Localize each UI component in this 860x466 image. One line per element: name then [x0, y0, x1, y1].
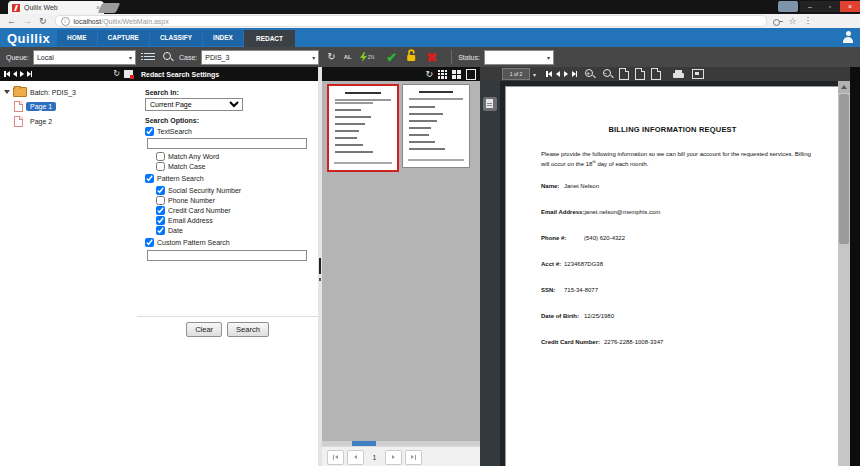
textsearch-label: TextSearch — [157, 128, 192, 135]
email-checkbox[interactable] — [156, 216, 165, 225]
date-checkbox[interactable] — [156, 226, 165, 235]
viewer-scrollbar-thumb[interactable] — [839, 94, 849, 244]
refresh-batch-icon[interactable]: ↻ — [113, 70, 120, 78]
document-page[interactable]: BILLING INFORMATION REQUEST Please provi… — [505, 86, 840, 466]
zoom-out-icon[interactable]: - — [603, 69, 613, 79]
batch-list-icon[interactable] — [144, 53, 155, 62]
credit-card-checkbox[interactable] — [156, 206, 165, 215]
case-dropdown[interactable]: PDIS_3 ▾ — [201, 50, 319, 65]
zone-icon[interactable]: ZN — [360, 52, 375, 62]
page-indicator-dropdown[interactable]: 1 of 2 — [502, 68, 530, 80]
zoom-in-icon[interactable]: + — [585, 69, 595, 79]
reload-icon[interactable]: ↻ — [39, 17, 47, 26]
password-key-icon[interactable] — [773, 19, 782, 24]
pan-tool-button[interactable] — [483, 97, 497, 111]
viewer-first-page-icon[interactable] — [546, 71, 552, 77]
custom-pattern-input[interactable] — [147, 250, 307, 261]
case-label: Case: — [179, 54, 197, 61]
pattern-email-option: Email Address — [156, 216, 213, 225]
chevron-down-icon: ▾ — [125, 54, 132, 61]
scroll-up-icon[interactable] — [838, 81, 850, 93]
prev-page-button[interactable] — [347, 450, 364, 465]
viewer-scrollbar[interactable] — [838, 81, 850, 466]
text-search-input[interactable] — [147, 138, 307, 149]
refresh-case-icon[interactable]: ↻ — [327, 52, 335, 62]
ssn-checkbox[interactable] — [156, 186, 165, 195]
document-fields: Name:Janet Nelson Email Address:janet.ne… — [541, 183, 821, 365]
browser-menu-icon[interactable]: ⋮ — [804, 17, 812, 25]
search-icon[interactable] — [163, 52, 173, 62]
viewer-prev-page-icon[interactable] — [556, 71, 560, 77]
rotate-left-icon[interactable] — [619, 68, 629, 80]
grid-view-icon[interactable] — [438, 70, 447, 79]
queue-dropdown[interactable]: Local ▾ — [33, 50, 136, 65]
field-phone: Phone #:(540) 620-4322 — [541, 235, 821, 261]
user-profile-icon[interactable] — [842, 31, 854, 43]
match-case-checkbox[interactable] — [156, 162, 165, 171]
case-value: PDIS_3 — [205, 54, 229, 61]
window-close-button[interactable]: × — [840, 1, 860, 12]
single-page-view-icon[interactable] — [466, 69, 476, 80]
prev-batch-icon[interactable] — [13, 71, 17, 77]
print-icon[interactable] — [673, 70, 684, 79]
quillix-logo: Quillix — [7, 31, 50, 46]
rotate-right-icon[interactable] — [635, 68, 645, 80]
open-window-icon[interactable] — [692, 69, 704, 79]
search-button[interactable]: Search — [227, 322, 269, 337]
new-tab-button[interactable] — [98, 3, 121, 13]
back-icon[interactable]: ← — [7, 17, 16, 26]
bookmark-star-icon[interactable]: ☆ — [789, 17, 797, 26]
nav-tab-index[interactable]: INDEX — [203, 30, 243, 46]
current-page-number: 1 — [367, 454, 382, 461]
viewer-next-page-icon[interactable] — [564, 71, 568, 77]
browser-tab[interactable]: Quilix Web × — [8, 1, 104, 14]
two-column-view-icon[interactable] — [452, 70, 461, 79]
pattern-search-checkbox[interactable] — [145, 174, 154, 183]
first-batch-icon[interactable] — [4, 71, 10, 77]
address-bar[interactable]: i localhost/Quilix/WebMain.aspx — [55, 15, 767, 27]
next-batch-icon[interactable] — [20, 71, 24, 77]
viewer-last-page-icon[interactable] — [572, 71, 578, 77]
last-page-button[interactable] — [405, 450, 422, 465]
chevron-down-icon[interactable]: ▾ — [533, 71, 536, 78]
match-any-word-checkbox[interactable] — [156, 152, 165, 161]
nav-tab-home[interactable]: HOME — [57, 30, 97, 46]
auto-link-icon[interactable]: AL — [344, 54, 352, 60]
custom-pattern-checkbox[interactable] — [145, 238, 154, 247]
unlock-icon[interactable] — [405, 48, 418, 66]
batch-node-label: Batch: PDIS_3 — [30, 89, 76, 96]
accept-batch-icon[interactable]: ✔ — [386, 51, 397, 64]
phone-checkbox[interactable] — [156, 196, 165, 205]
window-minimize-button[interactable]: – — [800, 1, 820, 12]
search-options-label: Search Options: — [145, 117, 199, 124]
textsearch-checkbox[interactable] — [145, 127, 154, 136]
fit-page-icon[interactable] — [651, 68, 661, 80]
search-in-dropdown[interactable]: Current Page — [145, 98, 243, 111]
clear-button[interactable]: Clear — [186, 322, 222, 337]
page-thumbnail-1-selected[interactable] — [327, 84, 399, 172]
document-viewer[interactable]: BILLING INFORMATION REQUEST Please provi… — [500, 81, 860, 466]
window-maximize-button[interactable]: ▫ — [820, 1, 840, 12]
pattern-ssn-option: Social Security Number — [156, 186, 241, 195]
splitter-grip[interactable] — [319, 258, 321, 274]
page-node-2[interactable]: Page 2 — [14, 116, 134, 127]
last-batch-icon[interactable] — [27, 71, 33, 77]
expand-icon[interactable] — [4, 90, 10, 94]
status-dropdown[interactable]: ▾ — [484, 50, 554, 65]
textsearch-option: TextSearch — [145, 127, 192, 136]
nav-tab-classify[interactable]: CLASSIFY — [150, 30, 202, 46]
redact-settings-header: Redact Search Settings — [137, 67, 318, 81]
page-node-1[interactable]: Page 1 — [14, 101, 134, 112]
pattern-date-option: Date — [156, 226, 183, 235]
page-thumbnail-2[interactable] — [402, 84, 470, 168]
browser-profile-button[interactable] — [778, 1, 798, 12]
delete-icon[interactable] — [124, 70, 133, 78]
first-page-button[interactable] — [327, 450, 344, 465]
page-info-icon[interactable]: i — [61, 17, 70, 26]
refresh-thumbnails-icon[interactable]: ↻ — [425, 70, 433, 79]
reject-batch-icon[interactable]: ✖ — [426, 51, 437, 64]
next-page-button[interactable] — [385, 450, 402, 465]
splitter-grip-dot — [319, 278, 321, 281]
nav-tab-capture[interactable]: CAPTURE — [98, 30, 149, 46]
batch-node[interactable]: Batch: PDIS_3 — [4, 87, 134, 97]
